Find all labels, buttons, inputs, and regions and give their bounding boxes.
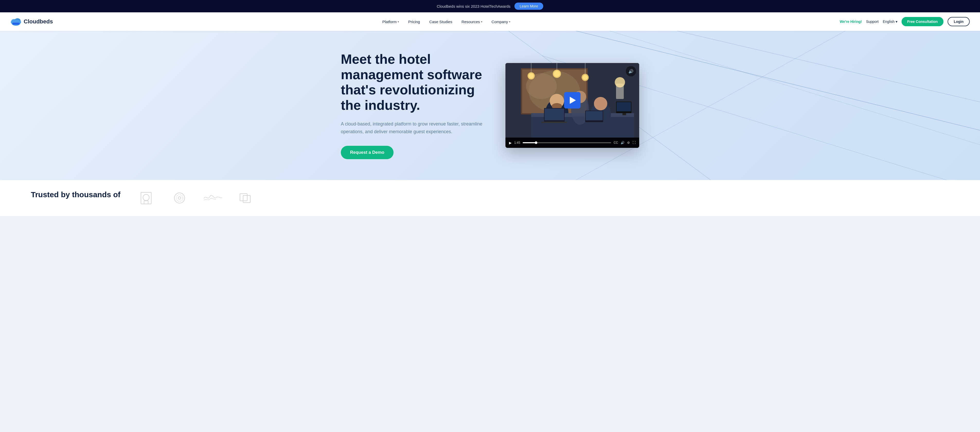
svg-rect-40: [586, 111, 603, 120]
svg-point-49: [178, 197, 181, 199]
platform-chevron-icon: ▾: [398, 20, 399, 23]
video-thumbnail[interactable]: 🔊: [506, 63, 639, 138]
play-button[interactable]: [564, 92, 581, 108]
hiring-link[interactable]: We're Hiring!: [840, 19, 862, 24]
hero-inner: Meet the hotel management software that'…: [310, 52, 670, 159]
nav-item-case-studies[interactable]: Case Studies: [426, 17, 456, 26]
volume-icon[interactable]: 🔊: [620, 141, 625, 145]
video-progress-bar[interactable]: [523, 142, 611, 143]
language-selector[interactable]: English ▾: [883, 19, 897, 24]
trusted-title: Trusted by thousands of: [31, 190, 120, 199]
video-play-control[interactable]: ▶: [509, 141, 512, 145]
svg-point-24: [582, 75, 588, 80]
hero-section: Meet the hotel management software that'…: [0, 31, 980, 180]
svg-rect-33: [544, 108, 564, 120]
nav-resources-label: Resources: [461, 19, 480, 24]
nav-item-resources[interactable]: Resources ▾: [458, 17, 486, 26]
nav-links: Platform ▾ Pricing Case Studies Resource…: [379, 17, 514, 26]
nav-platform-label: Platform: [382, 19, 397, 24]
svg-rect-44: [141, 192, 151, 204]
language-chevron-icon: ▾: [896, 19, 897, 24]
video-progress-fill: [523, 142, 536, 143]
svg-point-45: [143, 194, 149, 200]
login-button[interactable]: Login: [948, 17, 970, 26]
nav-item-company[interactable]: Company ▾: [488, 17, 514, 26]
svg-rect-42: [617, 102, 631, 111]
trusted-logo-1: [136, 190, 156, 206]
company-chevron-icon: ▾: [509, 20, 510, 23]
play-icon: ▶: [509, 141, 512, 145]
svg-line-8: [677, 31, 980, 118]
hero-content: Meet the hotel management software that'…: [341, 52, 490, 159]
navbar: Cloudbeds Platform ▾ Pricing Case Studie…: [0, 12, 980, 31]
free-consultation-button[interactable]: Free Consultation: [902, 17, 943, 26]
settings-icon[interactable]: ⚙: [627, 141, 630, 145]
video-container: 🔊 ▶ 1:45 CC: [506, 63, 639, 148]
nav-item-platform[interactable]: Platform ▾: [379, 17, 402, 26]
svg-rect-34: [541, 122, 567, 123]
svg-point-36: [594, 97, 607, 110]
announcement-text: Cloudbeds wins six 2023 HotelTechAwards: [437, 4, 511, 8]
hero-subtitle: A cloud-based, integrated platform to gr…: [341, 120, 490, 135]
hero-video-wrap: 🔊 ▶ 1:45 CC: [506, 63, 639, 148]
trusted-logo-4: [236, 190, 257, 206]
play-triangle-icon: [570, 97, 576, 104]
fullscreen-icon[interactable]: ⛶: [633, 141, 636, 145]
svg-rect-43: [622, 113, 626, 115]
learn-more-button[interactable]: Learn More: [514, 3, 543, 10]
sound-icon: 🔊: [628, 69, 633, 74]
video-time: 1:45: [514, 141, 520, 145]
resources-chevron-icon: ▾: [481, 20, 482, 23]
svg-point-26: [615, 77, 625, 87]
video-controls: ▶ 1:45 CC 🔊 ⚙ ⛶: [506, 138, 639, 148]
announcement-bar: Cloudbeds wins six 2023 HotelTechAwards …: [0, 0, 980, 12]
svg-rect-50: [240, 194, 247, 201]
svg-point-21: [554, 71, 560, 77]
nav-right: We're Hiring! Support English ▾ Free Con…: [840, 17, 970, 26]
trusted-logo-3: [203, 190, 223, 206]
svg-rect-51: [243, 195, 250, 203]
svg-point-18: [528, 73, 534, 78]
nav-pricing-label: Pricing: [408, 19, 420, 24]
nav-case-studies-label: Case Studies: [429, 19, 452, 24]
trusted-section: Trusted by thousands of: [0, 180, 980, 216]
logo-text: Cloudbeds: [24, 18, 53, 25]
support-link[interactable]: Support: [866, 19, 879, 24]
sound-button[interactable]: 🔊: [626, 66, 636, 76]
hero-title: Meet the hotel management software that'…: [341, 52, 490, 113]
nav-company-label: Company: [492, 19, 508, 24]
logo-icon: [10, 17, 22, 26]
trusted-logos: [136, 190, 257, 206]
svg-point-47: [174, 193, 185, 203]
nav-item-pricing[interactable]: Pricing: [405, 17, 424, 26]
request-demo-button[interactable]: Request a Demo: [341, 146, 393, 159]
captions-icon[interactable]: CC: [614, 141, 618, 145]
trusted-logo-2: [169, 190, 190, 206]
video-progress-dot: [535, 141, 537, 144]
svg-rect-4: [12, 23, 19, 25]
svg-point-48: [176, 195, 183, 201]
language-label: English: [883, 19, 895, 24]
logo-link[interactable]: Cloudbeds: [10, 17, 53, 26]
svg-rect-46: [144, 201, 148, 204]
